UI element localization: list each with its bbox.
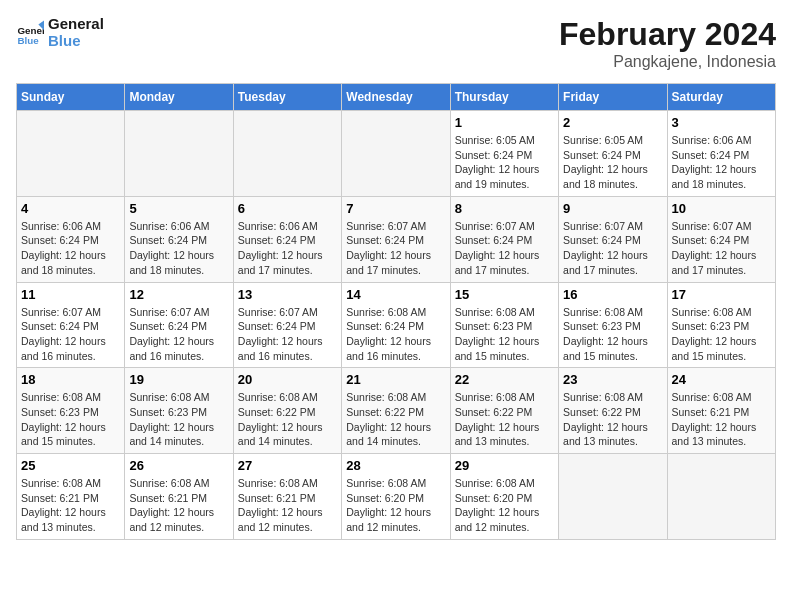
- logo: General Blue General Blue: [16, 16, 104, 49]
- day-info: Sunrise: 6:08 AM Sunset: 6:20 PM Dayligh…: [455, 476, 554, 535]
- day-info: Sunrise: 6:06 AM Sunset: 6:24 PM Dayligh…: [672, 133, 771, 192]
- day-info: Sunrise: 6:08 AM Sunset: 6:24 PM Dayligh…: [346, 305, 445, 364]
- day-number: 18: [21, 372, 120, 387]
- day-number: 5: [129, 201, 228, 216]
- day-info: Sunrise: 6:07 AM Sunset: 6:24 PM Dayligh…: [563, 219, 662, 278]
- day-number: 14: [346, 287, 445, 302]
- day-info: Sunrise: 6:07 AM Sunset: 6:24 PM Dayligh…: [238, 305, 337, 364]
- title-section: February 2024 Pangkajene, Indonesia: [559, 16, 776, 71]
- day-info: Sunrise: 6:08 AM Sunset: 6:21 PM Dayligh…: [238, 476, 337, 535]
- day-cell: 7Sunrise: 6:07 AM Sunset: 6:24 PM Daylig…: [342, 196, 450, 282]
- calendar-table: SundayMondayTuesdayWednesdayThursdayFrid…: [16, 83, 776, 540]
- day-info: Sunrise: 6:08 AM Sunset: 6:21 PM Dayligh…: [129, 476, 228, 535]
- day-cell: 12Sunrise: 6:07 AM Sunset: 6:24 PM Dayli…: [125, 282, 233, 368]
- day-info: Sunrise: 6:08 AM Sunset: 6:23 PM Dayligh…: [21, 390, 120, 449]
- day-number: 29: [455, 458, 554, 473]
- day-number: 11: [21, 287, 120, 302]
- day-cell: [559, 454, 667, 540]
- day-cell: 23Sunrise: 6:08 AM Sunset: 6:22 PM Dayli…: [559, 368, 667, 454]
- week-row-1: 1Sunrise: 6:05 AM Sunset: 6:24 PM Daylig…: [17, 111, 776, 197]
- day-info: Sunrise: 6:06 AM Sunset: 6:24 PM Dayligh…: [129, 219, 228, 278]
- day-cell: [17, 111, 125, 197]
- day-info: Sunrise: 6:08 AM Sunset: 6:22 PM Dayligh…: [238, 390, 337, 449]
- day-info: Sunrise: 6:06 AM Sunset: 6:24 PM Dayligh…: [238, 219, 337, 278]
- day-info: Sunrise: 6:08 AM Sunset: 6:23 PM Dayligh…: [455, 305, 554, 364]
- svg-text:Blue: Blue: [17, 35, 39, 46]
- header-row: SundayMondayTuesdayWednesdayThursdayFrid…: [17, 84, 776, 111]
- page-subtitle: Pangkajene, Indonesia: [559, 53, 776, 71]
- day-info: Sunrise: 6:08 AM Sunset: 6:22 PM Dayligh…: [346, 390, 445, 449]
- day-number: 1: [455, 115, 554, 130]
- day-cell: 3Sunrise: 6:06 AM Sunset: 6:24 PM Daylig…: [667, 111, 775, 197]
- day-number: 2: [563, 115, 662, 130]
- day-cell: 15Sunrise: 6:08 AM Sunset: 6:23 PM Dayli…: [450, 282, 558, 368]
- day-info: Sunrise: 6:08 AM Sunset: 6:23 PM Dayligh…: [563, 305, 662, 364]
- day-cell: 28Sunrise: 6:08 AM Sunset: 6:20 PM Dayli…: [342, 454, 450, 540]
- day-cell: 6Sunrise: 6:06 AM Sunset: 6:24 PM Daylig…: [233, 196, 341, 282]
- day-cell: 16Sunrise: 6:08 AM Sunset: 6:23 PM Dayli…: [559, 282, 667, 368]
- day-number: 7: [346, 201, 445, 216]
- day-number: 13: [238, 287, 337, 302]
- day-info: Sunrise: 6:08 AM Sunset: 6:22 PM Dayligh…: [455, 390, 554, 449]
- day-number: 22: [455, 372, 554, 387]
- header-cell-friday: Friday: [559, 84, 667, 111]
- day-info: Sunrise: 6:08 AM Sunset: 6:22 PM Dayligh…: [563, 390, 662, 449]
- day-cell: [667, 454, 775, 540]
- day-cell: [342, 111, 450, 197]
- day-info: Sunrise: 6:08 AM Sunset: 6:21 PM Dayligh…: [672, 390, 771, 449]
- day-number: 24: [672, 372, 771, 387]
- day-cell: 17Sunrise: 6:08 AM Sunset: 6:23 PM Dayli…: [667, 282, 775, 368]
- day-number: 19: [129, 372, 228, 387]
- day-number: 15: [455, 287, 554, 302]
- day-info: Sunrise: 6:07 AM Sunset: 6:24 PM Dayligh…: [672, 219, 771, 278]
- week-row-5: 25Sunrise: 6:08 AM Sunset: 6:21 PM Dayli…: [17, 454, 776, 540]
- day-info: Sunrise: 6:07 AM Sunset: 6:24 PM Dayligh…: [21, 305, 120, 364]
- day-info: Sunrise: 6:08 AM Sunset: 6:20 PM Dayligh…: [346, 476, 445, 535]
- day-cell: 18Sunrise: 6:08 AM Sunset: 6:23 PM Dayli…: [17, 368, 125, 454]
- calendar-header: SundayMondayTuesdayWednesdayThursdayFrid…: [17, 84, 776, 111]
- day-info: Sunrise: 6:06 AM Sunset: 6:24 PM Dayligh…: [21, 219, 120, 278]
- day-cell: 29Sunrise: 6:08 AM Sunset: 6:20 PM Dayli…: [450, 454, 558, 540]
- header-cell-monday: Monday: [125, 84, 233, 111]
- day-number: 10: [672, 201, 771, 216]
- week-row-3: 11Sunrise: 6:07 AM Sunset: 6:24 PM Dayli…: [17, 282, 776, 368]
- day-cell: 13Sunrise: 6:07 AM Sunset: 6:24 PM Dayli…: [233, 282, 341, 368]
- day-cell: 1Sunrise: 6:05 AM Sunset: 6:24 PM Daylig…: [450, 111, 558, 197]
- day-number: 28: [346, 458, 445, 473]
- page-title: February 2024: [559, 16, 776, 53]
- day-cell: 9Sunrise: 6:07 AM Sunset: 6:24 PM Daylig…: [559, 196, 667, 282]
- header-cell-saturday: Saturday: [667, 84, 775, 111]
- page-header: General Blue General Blue February 2024 …: [16, 16, 776, 71]
- day-cell: 10Sunrise: 6:07 AM Sunset: 6:24 PM Dayli…: [667, 196, 775, 282]
- logo-text-line2: Blue: [48, 33, 104, 50]
- day-number: 23: [563, 372, 662, 387]
- day-number: 25: [21, 458, 120, 473]
- day-number: 12: [129, 287, 228, 302]
- day-info: Sunrise: 6:07 AM Sunset: 6:24 PM Dayligh…: [129, 305, 228, 364]
- day-cell: 25Sunrise: 6:08 AM Sunset: 6:21 PM Dayli…: [17, 454, 125, 540]
- day-cell: 27Sunrise: 6:08 AM Sunset: 6:21 PM Dayli…: [233, 454, 341, 540]
- day-cell: 8Sunrise: 6:07 AM Sunset: 6:24 PM Daylig…: [450, 196, 558, 282]
- calendar-body: 1Sunrise: 6:05 AM Sunset: 6:24 PM Daylig…: [17, 111, 776, 540]
- day-cell: 21Sunrise: 6:08 AM Sunset: 6:22 PM Dayli…: [342, 368, 450, 454]
- week-row-2: 4Sunrise: 6:06 AM Sunset: 6:24 PM Daylig…: [17, 196, 776, 282]
- day-cell: 4Sunrise: 6:06 AM Sunset: 6:24 PM Daylig…: [17, 196, 125, 282]
- day-number: 3: [672, 115, 771, 130]
- day-number: 26: [129, 458, 228, 473]
- day-number: 27: [238, 458, 337, 473]
- day-number: 8: [455, 201, 554, 216]
- day-number: 9: [563, 201, 662, 216]
- week-row-4: 18Sunrise: 6:08 AM Sunset: 6:23 PM Dayli…: [17, 368, 776, 454]
- header-cell-tuesday: Tuesday: [233, 84, 341, 111]
- day-cell: 26Sunrise: 6:08 AM Sunset: 6:21 PM Dayli…: [125, 454, 233, 540]
- day-number: 4: [21, 201, 120, 216]
- day-info: Sunrise: 6:08 AM Sunset: 6:23 PM Dayligh…: [672, 305, 771, 364]
- day-cell: 24Sunrise: 6:08 AM Sunset: 6:21 PM Dayli…: [667, 368, 775, 454]
- day-cell: 2Sunrise: 6:05 AM Sunset: 6:24 PM Daylig…: [559, 111, 667, 197]
- day-number: 17: [672, 287, 771, 302]
- day-cell: [233, 111, 341, 197]
- day-cell: 5Sunrise: 6:06 AM Sunset: 6:24 PM Daylig…: [125, 196, 233, 282]
- day-number: 6: [238, 201, 337, 216]
- header-cell-sunday: Sunday: [17, 84, 125, 111]
- day-cell: [125, 111, 233, 197]
